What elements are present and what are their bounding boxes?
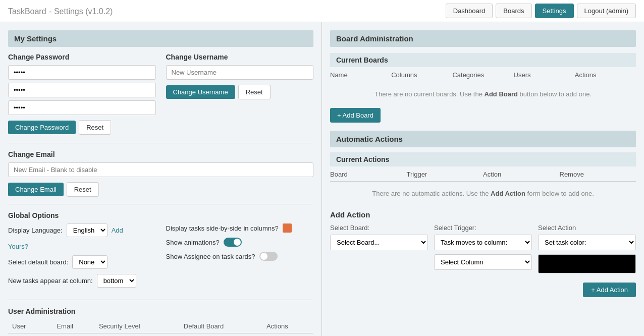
select-board-dropdown[interactable]: Select Board... bbox=[330, 235, 428, 250]
default-board-label: Select default board: bbox=[8, 258, 68, 266]
boards-col-name: Name bbox=[330, 71, 391, 79]
change-password-label: Change Password bbox=[8, 53, 156, 61]
yours-link[interactable]: Yours? bbox=[8, 243, 28, 250]
user-email-cell bbox=[52, 333, 94, 337]
no-actions-message: There are no automatic actions. Use the … bbox=[330, 185, 636, 202]
user-table-header: User Email Security Level Default Board … bbox=[8, 319, 313, 333]
password-field-1[interactable] bbox=[8, 65, 156, 80]
options-right: Display tasks side-by-side in columns? S… bbox=[166, 223, 314, 293]
action-col-action: Action bbox=[483, 171, 560, 178]
password-field-3[interactable] bbox=[8, 100, 156, 115]
logout-button[interactable]: Logout (admin) bbox=[577, 4, 636, 18]
display-language-row: Display Language: English Add bbox=[8, 223, 156, 237]
user-default-board-cell: None bbox=[180, 333, 262, 337]
assignee-row: Show Assignee on task cards? bbox=[166, 252, 314, 261]
current-boards-section: Current Boards Name Columns Categories U… bbox=[330, 53, 636, 123]
auto-actions-section: Automatic Actions Current Actions Board … bbox=[330, 131, 636, 297]
change-email-actions: Change Email Reset bbox=[8, 182, 313, 197]
side-by-side-row: Display tasks side-by-side in columns? bbox=[166, 223, 314, 233]
color-swatch[interactable] bbox=[538, 254, 636, 273]
change-username-actions: Change Username Reset bbox=[166, 85, 314, 99]
new-tasks-select[interactable]: bottom top bbox=[97, 274, 136, 288]
main-container: My Settings Change Password Change Passw… bbox=[0, 22, 644, 336]
animations-label: Show animations? bbox=[166, 239, 220, 246]
boards-button[interactable]: Boards bbox=[496, 4, 531, 18]
auto-actions-title: Automatic Actions bbox=[336, 135, 403, 143]
col-default-board: Default Board bbox=[180, 319, 262, 333]
board-admin-title: Board Administration bbox=[336, 34, 413, 43]
global-options-title: Global Options bbox=[8, 211, 313, 219]
user-name-cell: admin bbox=[8, 333, 52, 337]
change-username-button[interactable]: Change Username bbox=[166, 85, 235, 99]
app-title: TaskBoard - Settings (v1.0.2) bbox=[8, 5, 113, 17]
add-action-section: Add Action Select Board: Select Board...… bbox=[330, 210, 636, 297]
reset-username-button[interactable]: Reset bbox=[238, 85, 271, 99]
current-boards-title: Current Boards bbox=[336, 56, 388, 64]
boards-col-users: Users bbox=[514, 71, 575, 79]
add-action-row-1: Select Board: Select Board... Select Tri… bbox=[330, 224, 636, 273]
add-action-title: Add Action bbox=[330, 210, 636, 219]
my-settings-title: My Settings bbox=[14, 34, 57, 43]
change-username-label: Change Username bbox=[166, 53, 314, 61]
user-table-wrapper: User Email Security Level Default Board … bbox=[8, 319, 313, 336]
no-boards-message: There are no current boards. Use the Add… bbox=[330, 85, 636, 103]
animations-row: Show animations? bbox=[166, 238, 314, 247]
user-actions-cell bbox=[262, 333, 313, 337]
animations-toggle[interactable] bbox=[224, 238, 242, 247]
options-two-col: Display Language: English Add Yours? Sel… bbox=[8, 223, 313, 293]
action-col-remove: Remove bbox=[560, 171, 636, 178]
select-action-label: Select Action bbox=[538, 224, 636, 232]
change-email-label: Change Email bbox=[8, 150, 313, 158]
action-col-board: Board bbox=[330, 171, 407, 178]
side-by-side-toggle[interactable] bbox=[283, 223, 292, 233]
select-action-dropdown[interactable]: Set task color: bbox=[538, 235, 636, 250]
language-select[interactable]: English bbox=[67, 223, 108, 237]
select-column-dropdown[interactable]: Select Column bbox=[434, 254, 532, 270]
current-actions-title: Current Actions bbox=[336, 155, 389, 163]
current-actions-subheader: Current Actions bbox=[330, 152, 636, 166]
top-row: Change Password Change Password Reset Ch… bbox=[8, 53, 313, 135]
dashboard-button[interactable]: Dashboard bbox=[446, 4, 493, 18]
new-tasks-row: New tasks appear at column: bottom top bbox=[8, 274, 156, 288]
boards-col-actions: Actions bbox=[575, 71, 636, 79]
boards-col-categories: Categories bbox=[452, 71, 513, 79]
user-admin-section: User Administration User Email Security … bbox=[8, 307, 313, 336]
email-input[interactable] bbox=[8, 162, 313, 177]
add-action-footer: + Add Action bbox=[330, 278, 636, 297]
boards-table-header: Name Columns Categories Users Actions bbox=[330, 71, 636, 82]
password-field-2[interactable] bbox=[8, 83, 156, 97]
action-col-trigger: Trigger bbox=[407, 171, 484, 178]
side-by-side-label: Display tasks side-by-side in columns? bbox=[166, 225, 279, 232]
select-trigger-dropdown[interactable]: Task moves to column: bbox=[434, 235, 532, 250]
select-action-col: Select Action Set task color: bbox=[538, 224, 636, 273]
actions-table-header: Board Trigger Action Remove bbox=[330, 171, 636, 182]
change-username-section: Change Username Change Username Reset bbox=[166, 53, 314, 135]
add-board-button[interactable]: + Add Board bbox=[330, 108, 381, 123]
change-password-button[interactable]: Change Password bbox=[8, 121, 76, 134]
username-input[interactable] bbox=[166, 65, 314, 80]
boards-col-columns: Columns bbox=[391, 71, 452, 79]
table-row: admin Admin None bbox=[8, 333, 313, 337]
reset-password-button[interactable]: Reset bbox=[79, 120, 111, 135]
app-subtitle: - Settings (v1.0.2) bbox=[49, 7, 113, 16]
col-security: Security Level bbox=[95, 319, 180, 333]
default-board-row: Select default board: None bbox=[8, 255, 156, 269]
col-email: Email bbox=[52, 319, 94, 333]
default-board-select[interactable]: None bbox=[72, 255, 108, 269]
add-language-link[interactable]: Add bbox=[112, 227, 123, 234]
display-language-label: Display Language: bbox=[8, 227, 63, 234]
col-actions: Actions bbox=[262, 319, 313, 333]
add-action-button[interactable]: + Add Action bbox=[583, 283, 636, 297]
current-boards-subheader: Current Boards bbox=[330, 53, 636, 67]
user-admin-title: User Administration bbox=[8, 307, 313, 315]
right-panel: Board Administration Current Boards Name… bbox=[322, 22, 644, 336]
change-password-actions: Change Password Reset bbox=[8, 120, 156, 135]
assignee-toggle[interactable] bbox=[259, 252, 278, 261]
settings-button[interactable]: Settings bbox=[535, 4, 574, 18]
select-trigger-label: Select Trigger: bbox=[434, 224, 532, 232]
assignee-label: Show Assignee on task cards? bbox=[166, 253, 255, 260]
auto-actions-header: Automatic Actions bbox=[330, 131, 636, 147]
change-email-button[interactable]: Change Email bbox=[8, 183, 64, 196]
reset-email-button[interactable]: Reset bbox=[67, 182, 99, 197]
header-nav: Dashboard Boards Settings Logout (admin) bbox=[446, 4, 636, 18]
